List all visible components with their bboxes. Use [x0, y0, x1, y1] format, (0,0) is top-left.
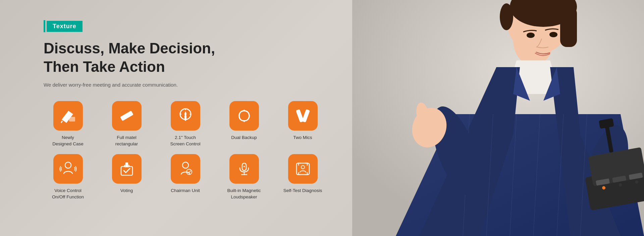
voice-control-icon-box	[53, 154, 83, 184]
svg-point-45	[65, 162, 71, 168]
title-line1: Discuss, Make Decision,	[44, 40, 215, 56]
features-row-1: NewlyDesigned Case Full matelrectangular	[44, 101, 345, 147]
feature-self-test: Self-Test Diagnosis	[278, 154, 327, 194]
dual-backup-label: Dual Backup	[231, 135, 257, 141]
texture-badge: Texture	[44, 20, 345, 32]
touch-icon	[176, 107, 195, 125]
chairman-icon-box	[171, 154, 200, 184]
svg-point-49	[182, 162, 189, 168]
svg-point-54	[244, 166, 245, 167]
feature-voice-control: Voice ControlOn/Off Function	[44, 154, 92, 200]
loudspeaker-label: Built-in MagneticLoudspeaker	[227, 188, 261, 200]
self-test-icon-box	[288, 154, 318, 184]
svg-point-56	[301, 166, 305, 169]
svg-rect-44	[302, 109, 310, 123]
dual-backup-icon-box	[229, 101, 259, 131]
person-area	[352, 0, 644, 236]
feature-voting: Voting	[102, 154, 151, 194]
feature-full-matel: Full matelrectangular	[102, 101, 151, 147]
touch-screen-icon-box	[171, 101, 200, 131]
subtitle: We deliver worry-free meeting and accura…	[44, 82, 345, 88]
texture-bar	[44, 20, 45, 32]
full-matel-label: Full matelrectangular	[115, 135, 138, 147]
svg-rect-37	[120, 110, 133, 121]
newly-designed-case-icon-box	[53, 101, 83, 131]
matel-icon	[118, 107, 136, 125]
full-matel-icon-box	[112, 101, 142, 131]
backup-icon	[235, 107, 253, 125]
svg-rect-40	[184, 115, 186, 121]
texture-label: Texture	[47, 21, 83, 32]
svg-rect-21	[414, 125, 441, 143]
loudspeaker-icon-box	[229, 154, 259, 184]
content-area: Texture Discuss, Make Decision, Then Tak…	[44, 20, 345, 200]
two-mics-label: Two Mics	[293, 135, 312, 141]
chairman-unit-label: Chairman Unit	[171, 188, 200, 194]
feature-newly-designed-case: NewlyDesigned Case	[44, 101, 92, 147]
svg-line-36	[61, 121, 62, 123]
title-line2: Then Take Action	[44, 58, 165, 75]
features-row-2: Voice ControlOn/Off Function	[44, 154, 345, 200]
voting-icon-box	[112, 154, 142, 184]
svg-point-38	[128, 112, 131, 115]
chairman-icon	[176, 160, 195, 178]
feature-chairman-unit: Chairman Unit	[161, 154, 210, 194]
voice-control-label: Voice ControlOn/Off Function	[52, 188, 84, 200]
features-grid: NewlyDesigned Case Full matelrectangular	[44, 101, 345, 200]
page-wrapper: Texture Discuss, Make Decision, Then Tak…	[0, 0, 644, 236]
case-icon	[59, 107, 77, 125]
svg-point-5	[500, 3, 513, 30]
person-illustration	[352, 0, 644, 236]
two-mics-icon-box	[288, 101, 318, 131]
svg-rect-4	[560, 7, 577, 47]
self-test-label: Self-Test Diagnosis	[283, 188, 322, 194]
svg-point-33	[527, 33, 535, 38]
newly-designed-case-label: NewlyDesigned Case	[52, 135, 83, 147]
svg-rect-35	[69, 117, 75, 122]
voice-icon	[59, 160, 77, 178]
speaker-icon	[235, 160, 253, 178]
svg-point-34	[549, 32, 557, 37]
main-title: Discuss, Make Decision, Then Take Action	[44, 39, 345, 76]
feature-loudspeaker: Built-in MagneticLoudspeaker	[220, 154, 268, 200]
diagnosis-icon	[294, 160, 312, 178]
svg-rect-48	[125, 162, 128, 167]
feature-two-mics: Two Mics	[278, 101, 327, 141]
touch-screen-label: 2.1" TouchScreen Control	[170, 135, 200, 147]
mics-icon	[294, 107, 312, 125]
feature-touch-screen: 2.1" TouchScreen Control	[161, 101, 210, 147]
voting-label: Voting	[120, 188, 133, 194]
feature-dual-backup: Dual Backup	[220, 101, 268, 141]
voting-icon	[118, 160, 136, 178]
